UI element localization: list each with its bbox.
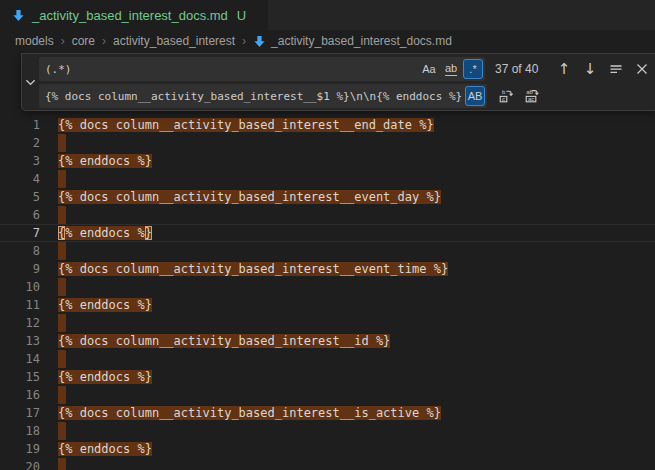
line-code: {% enddocs %} [40,440,152,458]
editor-line[interactable]: 8 [0,242,655,260]
whole-word-toggle[interactable]: ab [441,59,461,79]
editor-line[interactable]: 1{% docs column__activity_based_interest… [0,116,655,134]
replace-input[interactable]: {% docs column__activity_based_interest_… [39,84,487,108]
line-number: 5 [0,188,40,206]
vscode-window: _activity_based_interest_docs.md U model… [0,0,655,470]
editor-line[interactable]: 6 [0,206,655,224]
editor-line[interactable]: 3{% enddocs %} [0,152,655,170]
editor-line[interactable]: 7{% enddocs %} [0,224,655,242]
svg-text:ac: ac [528,96,534,102]
arrow-up-icon: ↑ [558,62,571,77]
line-number: 11 [0,296,40,314]
markdown-file-icon [253,35,266,48]
empty-line-match [58,134,66,152]
editor-line[interactable]: 20 [0,458,655,470]
editor-line[interactable]: 19{% enddocs %} [0,440,655,458]
markdown-file-icon [12,9,25,22]
selection-lines-icon [609,62,623,76]
line-code: {% enddocs %} [40,296,152,314]
line-number: 15 [0,368,40,386]
breadcrumb-core[interactable]: core [72,34,95,48]
empty-line-match [58,386,66,404]
empty-line-match [58,350,66,368]
line-number: 9 [0,260,40,278]
empty-line-match [58,206,66,224]
replace-all-icon: ab ac [524,88,540,104]
breadcrumb-filename: _activity_based_interest_docs.md [271,34,452,48]
find-in-selection-button[interactable] [605,58,627,80]
search-match: {% enddocs %} [58,154,152,168]
editor-line[interactable]: 13{% docs column__activity_based_interes… [0,332,655,350]
editor-line[interactable]: 12 [0,314,655,332]
line-code: {% enddocs %} [40,224,152,242]
line-number: 1 [0,116,40,134]
next-match-button[interactable]: ↓ [579,58,601,80]
editor-line[interactable]: 11{% enddocs %} [0,296,655,314]
results-count: 37 of 40 [495,62,549,76]
line-code [40,386,66,404]
bracket-match: } [145,226,152,240]
svg-text:ab: ab [526,89,533,95]
line-number: 16 [0,386,40,404]
editor-line[interactable]: 17{% docs column__activity_based_interes… [0,404,655,422]
breadcrumb-activity-based-interest[interactable]: activity_based_interest [113,34,235,48]
editor-pane[interactable]: 1{% docs column__activity_based_interest… [0,52,655,470]
git-status-badge: U [237,8,246,23]
replace-all-button[interactable]: ab ac [521,85,543,107]
find-replace-widget: (.*) Aa ab .* 37 of 40 ↑ ↓ [21,53,655,111]
search-match: {% enddocs %} [58,370,152,384]
breadcrumb-models[interactable]: models [15,34,54,48]
search-match: % enddocs % [65,226,144,240]
line-number: 7 [0,224,40,242]
line-number: 19 [0,440,40,458]
arrow-down-icon: ↓ [584,62,597,77]
regex-toggle[interactable]: .* [463,59,483,79]
find-row: (.*) Aa ab .* 37 of 40 ↑ ↓ [39,57,653,81]
line-number: 18 [0,422,40,440]
search-match: {% enddocs %} [58,442,152,456]
line-code [40,242,66,260]
line-number: 2 [0,134,40,152]
breadcrumb-separator: › [242,34,246,48]
preserve-case-toggle[interactable]: AB [465,86,485,106]
line-number: 4 [0,170,40,188]
editor-line[interactable]: 15{% enddocs %} [0,368,655,386]
line-number: 12 [0,314,40,332]
line-number: 3 [0,152,40,170]
chevron-down-icon [25,77,36,88]
line-number: 6 [0,206,40,224]
editor-line[interactable]: 4 [0,170,655,188]
editor-line[interactable]: 14 [0,350,655,368]
svg-text:c: c [502,96,505,102]
breadcrumb-file[interactable]: _activity_based_interest_docs.md [253,34,452,48]
editor-line[interactable]: 2 [0,134,655,152]
tab-filename: _activity_based_interest_docs.md [32,8,228,23]
tab-bar: _activity_based_interest_docs.md U [0,0,655,30]
line-code [40,134,66,152]
editor-line[interactable]: 18 [0,422,655,440]
editor-line[interactable]: 9{% docs column__activity_based_interest… [0,260,655,278]
empty-line-match [58,170,66,188]
toggle-replace-button[interactable] [22,57,39,107]
line-code: {% docs column__activity_based_interest_… [40,260,448,278]
editor-line[interactable]: 5{% docs column__activity_based_interest… [0,188,655,206]
line-code [40,278,66,296]
search-match: {% docs column__activity_based_interest_… [58,334,390,348]
search-input[interactable]: (.*) Aa ab .* [39,57,485,81]
editor-line[interactable]: 10 [0,278,655,296]
empty-line-match [58,458,66,470]
match-case-toggle[interactable]: Aa [419,59,439,79]
replace-button[interactable]: b c [495,85,517,107]
editor-line[interactable]: 16 [0,386,655,404]
tab-activity-based-interest-docs[interactable]: _activity_based_interest_docs.md U [0,0,268,30]
close-find-button[interactable] [631,58,653,80]
line-code: {% docs column__activity_based_interest_… [40,332,390,350]
close-icon [636,63,648,75]
line-code [40,206,66,224]
svg-text:b: b [502,89,506,95]
line-code [40,170,66,188]
line-code [40,314,66,332]
previous-match-button[interactable]: ↑ [553,58,575,80]
search-match: {% docs column__activity_based_interest_… [58,406,441,420]
line-number: 13 [0,332,40,350]
